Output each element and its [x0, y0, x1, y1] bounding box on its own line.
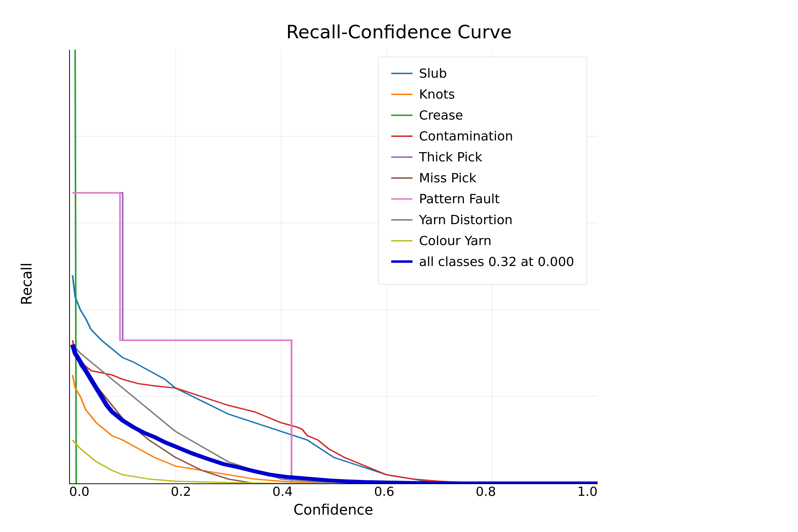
- legend-crease: Crease: [391, 108, 574, 122]
- x-tick-0: 0.0: [69, 484, 89, 499]
- legend-pattern-fault: Pattern Fault: [391, 192, 574, 206]
- all-classes-line: [72, 345, 598, 483]
- y-axis-label: Recall: [16, 50, 37, 518]
- miss-pick-line: [72, 345, 598, 483]
- legend-yarn-distortion-line: [391, 219, 412, 221]
- x-tick-08: 0.8: [476, 484, 496, 499]
- plot-area: 1.0 0.8 0.6 0.4 0.2 0.0: [69, 50, 598, 484]
- x-tick-06: 0.6: [374, 484, 394, 499]
- legend-miss-pick: Miss Pick: [391, 171, 574, 185]
- chart-body: Recall 1.0 0.8 0.6 0.4 0.2 0.0: [16, 50, 782, 518]
- legend-contamination-label: Contamination: [419, 129, 513, 143]
- knots-line: [72, 375, 598, 483]
- crease-line: [75, 50, 76, 483]
- x-tick-10: 1.0: [577, 484, 598, 499]
- legend-yarn-distortion-label: Yarn Distortion: [419, 212, 512, 227]
- legend-slub-label: Slub: [419, 66, 447, 81]
- yarn-distortion-line: [72, 345, 598, 483]
- plot-area-wrapper: 1.0 0.8 0.6 0.4 0.2 0.0: [41, 50, 782, 518]
- legend-slub: Slub: [391, 66, 574, 81]
- legend-contamination: Contamination: [391, 129, 574, 143]
- legend-pattern-fault-label: Pattern Fault: [419, 192, 499, 206]
- legend-miss-pick-line: [391, 177, 412, 179]
- chart-title: Recall-Confidence Curve: [286, 21, 512, 43]
- legend-thick-pick-line: [391, 156, 412, 158]
- x-tick-02: 0.2: [171, 484, 191, 499]
- legend-knots-label: Knots: [419, 87, 455, 101]
- legend-thick-pick: Thick Pick: [391, 150, 574, 164]
- legend-thick-pick-label: Thick Pick: [419, 150, 482, 164]
- legend-colour-yarn: Colour Yarn: [391, 233, 574, 248]
- legend-all-classes: all classes 0.32 at 0.000: [391, 254, 574, 269]
- x-axis-labels: 0.0 0.2 0.4 0.6 0.8 1.0: [69, 484, 598, 499]
- legend-slub-line: [391, 73, 412, 74]
- legend-all-classes-line: [391, 260, 412, 263]
- x-tick-04: 0.4: [272, 484, 293, 499]
- legend-knots-line: [391, 94, 412, 95]
- legend-all-classes-label: all classes 0.32 at 0.000: [419, 254, 574, 269]
- legend-pattern-fault-line: [391, 198, 412, 200]
- legend: Slub Knots Crease Contamination: [378, 57, 587, 284]
- x-axis-label: Confidence: [69, 501, 598, 518]
- colour-yarn-line: [72, 440, 598, 483]
- legend-knots: Knots: [391, 87, 574, 101]
- legend-miss-pick-label: Miss Pick: [419, 171, 476, 185]
- legend-contamination-line: [391, 135, 412, 137]
- legend-yarn-distortion: Yarn Distortion: [391, 212, 574, 227]
- chart-container: Recall-Confidence Curve Recall 1.0 0.8 0…: [9, 7, 789, 525]
- legend-crease-label: Crease: [419, 108, 463, 122]
- legend-colour-yarn-line: [391, 240, 412, 242]
- legend-crease-line: [391, 115, 412, 116]
- legend-colour-yarn-label: Colour Yarn: [419, 233, 491, 248]
